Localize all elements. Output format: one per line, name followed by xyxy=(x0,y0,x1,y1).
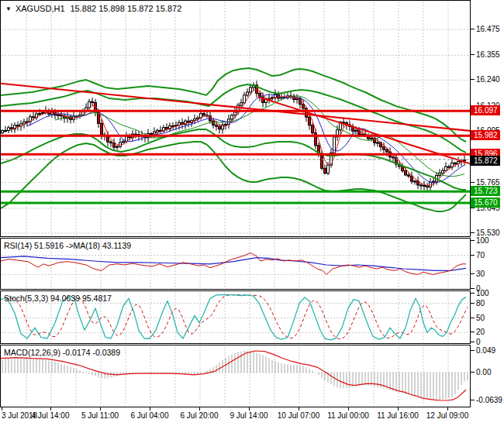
time-tick xyxy=(100,407,101,411)
price-marker-green: 15.723 xyxy=(471,186,500,196)
macd-scale-label: -0.0639 xyxy=(476,396,502,404)
candle-bullish xyxy=(116,146,119,147)
candle-bullish xyxy=(327,165,330,173)
candle-bearish xyxy=(448,167,450,167)
axis-tick xyxy=(471,232,475,233)
axis-tick xyxy=(471,350,475,351)
candle-bearish xyxy=(423,185,426,186)
axis-tick xyxy=(471,293,475,294)
axis-tick xyxy=(471,240,475,241)
candle-bullish xyxy=(442,170,444,173)
chart-window: ▼XAGUSD,H115.882 15.898 15.872 15.872 RS… xyxy=(0,0,504,426)
stochastic-label: Stoch(5,3,3) 94.0639 95.4817 xyxy=(4,294,112,303)
rsi-indicator-panel: RSI(14) 51.5916 ->MA(18) 43.1139 xyxy=(0,238,471,290)
time-tick xyxy=(2,407,2,411)
candle-bullish xyxy=(123,142,125,143)
axis-tick xyxy=(471,273,475,274)
price-tick-label: 16.475 xyxy=(476,25,500,33)
candle-bearish xyxy=(17,125,19,126)
candle-bearish xyxy=(91,101,94,102)
axis-tick xyxy=(471,332,475,332)
candle-bullish xyxy=(243,95,246,103)
axis-tick xyxy=(471,318,475,318)
axis-tick xyxy=(471,288,475,289)
time-label: 12 Jul 09:00 xyxy=(426,411,469,420)
time-tick xyxy=(398,407,399,411)
stoch-scale-label: 0 xyxy=(476,338,481,346)
macd-label: MACD(12,26,9) -0.0174 -0.0389 xyxy=(4,348,120,357)
time-tick xyxy=(199,407,200,411)
stochastic-indicator-panel: Stoch(5,3,3) 94.0639 95.4817 xyxy=(0,290,471,344)
candle-bullish xyxy=(39,114,41,115)
rsi-ma-line xyxy=(1,256,466,271)
time-label: 10 Jul 07:00 xyxy=(278,411,320,420)
price-tick-label: 16.240 xyxy=(476,75,500,84)
candle-bullish xyxy=(464,160,466,161)
stoch-scale-label: 50 xyxy=(476,314,485,322)
candle-bullish xyxy=(88,101,91,108)
axis-tick xyxy=(471,79,475,80)
axis-tick xyxy=(471,54,475,55)
candle-bullish xyxy=(222,125,224,129)
candle-bearish xyxy=(110,142,112,143)
candle-bullish xyxy=(5,130,7,131)
candle-bullish xyxy=(445,167,447,170)
candle-bearish xyxy=(321,154,323,168)
candle-bearish xyxy=(420,185,423,186)
candle-bullish xyxy=(157,130,159,132)
price-tick-label: 16.355 xyxy=(476,50,500,59)
candle-bullish xyxy=(231,115,233,119)
candle-bearish xyxy=(216,125,218,126)
candle-bullish xyxy=(197,118,199,119)
rsi-line xyxy=(1,253,466,275)
axis-tick xyxy=(471,342,475,342)
candle-bearish xyxy=(150,133,153,134)
main-chart-panel: ▼XAGUSD,H115.882 15.898 15.872 15.872 xyxy=(0,0,471,237)
ohlc-values: 15.882 15.898 15.872 15.872 xyxy=(71,4,182,13)
symbol-dropdown-icon[interactable]: ▼ xyxy=(5,5,12,12)
time-tick xyxy=(299,407,299,411)
time-label: 4 Jul 14:00 xyxy=(32,411,70,420)
macd-indicator-panel: MACD(12,26,9) -0.0174 -0.0389 xyxy=(0,345,471,407)
price-marker-red: 15.982 xyxy=(471,130,500,140)
time-tick xyxy=(50,407,51,411)
symbol-timeframe-label: XAGUSD,H1 xyxy=(16,4,65,13)
time-tick xyxy=(447,407,448,411)
candle-bullish xyxy=(240,103,243,105)
time-scale[interactable]: 3 Jul 20184 Jul 14:005 Jul 11:006 Jul 04… xyxy=(0,407,504,426)
chart-title: ▼XAGUSD,H115.882 15.898 15.872 15.872 xyxy=(5,4,181,13)
candle-bearish xyxy=(383,147,385,149)
macd-histogram xyxy=(2,351,468,400)
candle-bullish xyxy=(42,112,44,113)
axis-tick xyxy=(471,255,475,256)
main-chart-canvas[interactable] xyxy=(1,1,470,236)
price-tick-label: 15.765 xyxy=(476,178,500,187)
axis-tick xyxy=(471,372,475,373)
candle-bullish xyxy=(271,98,274,98)
candle-bullish xyxy=(23,122,26,124)
candle-bullish xyxy=(377,143,379,143)
candle-bearish xyxy=(408,175,410,176)
candle-bearish xyxy=(113,143,116,148)
macd-scale-label: 0.00 xyxy=(476,368,491,376)
candle-bullish xyxy=(225,124,227,125)
stoch-scale-label: 20 xyxy=(476,328,485,336)
price-marker-red: 16.097 xyxy=(471,105,500,115)
axis-tick xyxy=(471,303,475,304)
candle-bullish xyxy=(247,92,249,95)
candle-bearish xyxy=(33,117,35,118)
candle-bullish xyxy=(250,88,252,92)
candle-bearish xyxy=(392,157,395,158)
candle-bullish xyxy=(433,181,435,182)
candle-bullish xyxy=(414,181,416,182)
candle-bearish xyxy=(293,96,295,99)
rsi-scale-label: 30 xyxy=(476,270,485,278)
candle-bullish xyxy=(172,126,174,127)
time-tick xyxy=(249,407,250,411)
candle-bearish xyxy=(309,117,311,125)
candle-bearish xyxy=(166,128,168,129)
macd-scale-label: 0.049 xyxy=(476,346,495,355)
candle-bearish xyxy=(312,125,314,133)
price-scale[interactable]: 16.47516.35516.24016.12016.00515.76515.6… xyxy=(471,0,504,408)
candle-bullish xyxy=(2,131,4,133)
